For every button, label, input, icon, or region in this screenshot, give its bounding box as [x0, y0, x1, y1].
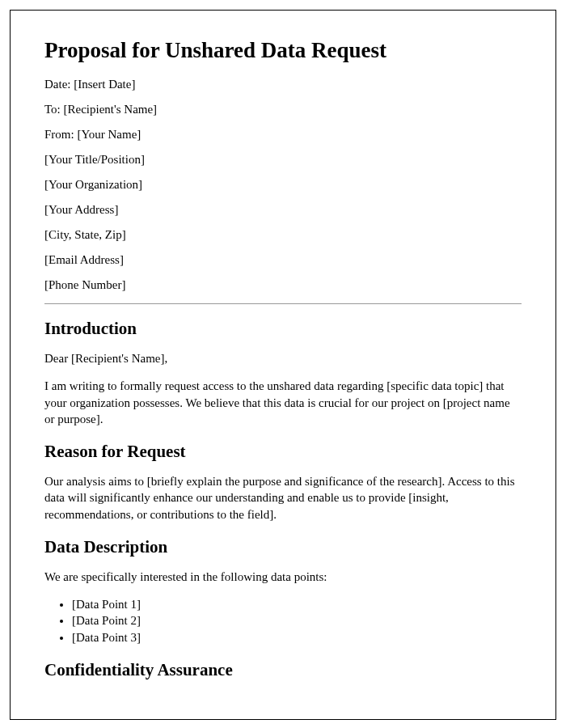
document-page: Proposal for Unshared Data Request Date:…: [10, 10, 556, 720]
reason-body: Our analysis aims to [briefly explain th…: [44, 473, 522, 523]
header-date: Date: [Insert Date]: [44, 78, 522, 91]
header-address: [Your Address]: [44, 203, 522, 217]
salutation: Dear [Recipient's Name],: [44, 350, 522, 366]
list-item: [Data Point 2]: [72, 612, 522, 629]
header-to: To: [Recipient's Name]: [44, 103, 522, 116]
header-email: [Email Address]: [44, 253, 522, 267]
data-description-intro: We are specifically interested in the fo…: [44, 569, 522, 585]
introduction-body: I am writing to formally request access …: [44, 378, 522, 427]
section-heading-confidentiality: Confidentiality Assurance: [44, 660, 522, 680]
divider: [44, 303, 522, 304]
header-from: From: [Your Name]: [44, 128, 522, 142]
header-title-position: [Your Title/Position]: [44, 153, 522, 167]
section-heading-reason: Reason for Request: [44, 442, 522, 462]
document-title: Proposal for Unshared Data Request: [44, 38, 522, 63]
header-organization: [Your Organization]: [44, 178, 522, 192]
section-heading-data-description: Data Description: [44, 537, 522, 557]
list-item: [Data Point 3]: [72, 629, 522, 645]
data-points-list: [Data Point 1] [Data Point 2] [Data Poin…: [72, 596, 522, 645]
list-item: [Data Point 1]: [72, 596, 522, 612]
header-phone: [Phone Number]: [44, 278, 522, 292]
header-city-state-zip: [City, State, Zip]: [44, 228, 522, 242]
section-heading-introduction: Introduction: [44, 319, 522, 339]
